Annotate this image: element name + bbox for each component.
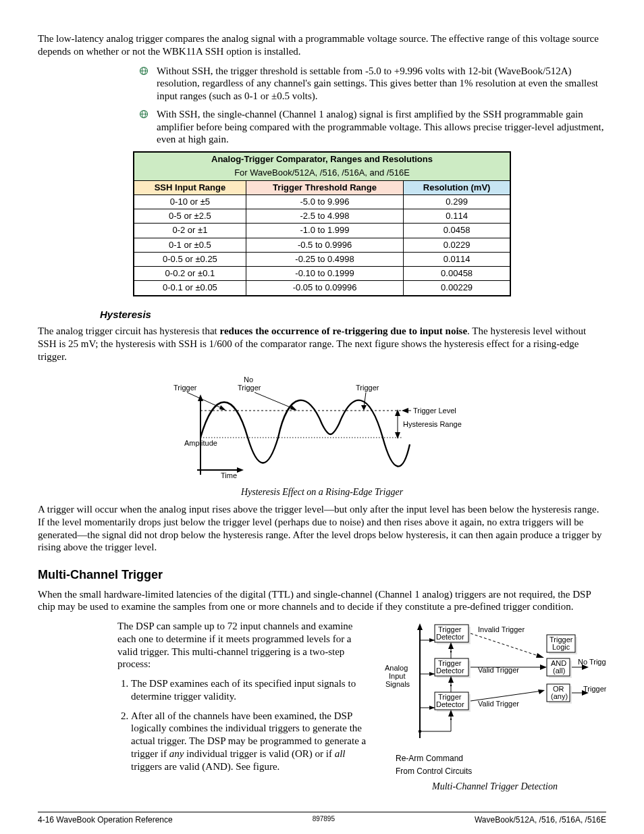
svg-text:Logic: Logic: [552, 643, 570, 651]
table-row: 0-0.5 or ±0.25-0.25 to 0.49980.0114: [134, 252, 510, 266]
col-header-ssh-range: SSH Input Range: [134, 180, 246, 194]
table-row: 0-2 or ±1-1.0 to 1.9990.0458: [134, 224, 510, 238]
svg-marker-9: [237, 467, 244, 473]
footer-right: WaveBook/512A, /516, /516A, /516E: [475, 815, 606, 825]
multichannel-diagram: Analog Input Signals Trigger Detector In…: [383, 620, 606, 793]
globe-icon: [139, 109, 149, 119]
col-header-threshold: Trigger Threshold Range: [246, 180, 403, 194]
multichannel-para-2: The DSP can sample up to 72 input channe…: [117, 620, 373, 671]
page-footer: 4-16 WaveBook Operation Reference 897895…: [38, 812, 606, 825]
multichannel-para-1: When the small hardware-limited latencie…: [38, 588, 606, 614]
svg-text:Detector: Detector: [436, 633, 464, 641]
svg-text:Input: Input: [389, 672, 405, 680]
hysteresis-para-2: A trigger will occur when the analog inp…: [38, 503, 606, 554]
svg-text:Time: Time: [221, 471, 237, 479]
bullet-text: With SSH, the single-channel (Channel 1 …: [157, 109, 604, 145]
svg-marker-35: [417, 623, 423, 630]
table-row: 0-0.2 or ±0.1-0.10 to 0.19990.00458: [134, 267, 510, 281]
col-header-resolution: Resolution (mV): [404, 180, 510, 194]
svg-marker-23: [361, 405, 367, 411]
svg-text:Valid Trigger: Valid Trigger: [478, 700, 519, 708]
table-row: 0-10 or ±5-5.0 to 9.9960.299: [134, 194, 510, 209]
svg-marker-26: [402, 408, 408, 413]
intro-bullets: Without SSH, the trigger threshold is se…: [139, 65, 606, 147]
table-row: 0-1 or ±0.5-0.5 to 0.99960.0229: [134, 238, 510, 252]
table-subtitle: For WaveBook/512A, /516, /516A, and /516…: [134, 166, 510, 180]
bullet-text: Without SSH, the trigger threshold is se…: [157, 66, 598, 102]
step-1: The DSP examines each of its specified i…: [131, 677, 373, 703]
svg-line-15: [187, 392, 224, 409]
bullet-without-ssh: Without SSH, the trigger threshold is se…: [139, 65, 606, 103]
svg-text:(any): (any): [551, 692, 568, 700]
svg-text:Signals: Signals: [385, 680, 410, 688]
table-row: 0-5 or ±2.5-2.5 to 4.9980.114: [134, 209, 510, 224]
multichannel-heading: Multi-Channel Trigger: [38, 567, 606, 583]
svg-text:Trigger: Trigger: [356, 384, 379, 392]
svg-text:No Trigger: No Trigger: [578, 658, 606, 666]
hysteresis-figure: Amplitude Time Trigger No Trigger Trigge…: [160, 370, 484, 485]
globe-icon: [139, 66, 149, 76]
hysteresis-heading: Hysteresis: [100, 309, 606, 321]
multichannel-steps: The DSP examines each of its specified i…: [117, 677, 373, 773]
comparator-table: Analog-Trigger Comparator, Ranges and Re…: [133, 151, 511, 296]
svg-marker-45: [536, 653, 544, 658]
rearm-label-1: Re-Arm Command: [396, 754, 606, 764]
svg-text:(all): (all): [553, 667, 565, 675]
svg-line-44: [471, 633, 542, 657]
multichannel-caption: Multi-Channel Trigger Detection: [383, 781, 606, 793]
svg-text:Trigger: Trigger: [238, 384, 261, 392]
table-title: Analog-Trigger Comparator, Ranges and Re…: [134, 152, 510, 166]
intro-para-1: The low-latency analog trigger compares …: [38, 32, 606, 58]
footer-left: 4-16 WaveBook Operation Reference: [38, 815, 173, 825]
table-row: 0-0.1 or ±0.05-0.05 to 0.099960.00229: [134, 281, 510, 296]
bullet-with-ssh: With SSH, the single-channel (Channel 1 …: [139, 108, 606, 146]
hysteresis-caption: Hysteresis Effect on a Rising-Edge Trigg…: [38, 486, 606, 498]
svg-marker-16: [219, 405, 226, 411]
svg-text:Analog: Analog: [385, 664, 408, 672]
footer-mid: 897895: [313, 815, 335, 825]
svg-marker-51: [429, 672, 435, 676]
rearm-label-2: From Control Circuits: [396, 766, 606, 777]
svg-line-19: [254, 392, 295, 409]
svg-text:Trigger Level: Trigger Level: [413, 407, 456, 415]
step-2: After all of the channels have been exam…: [131, 710, 373, 773]
hysteresis-para-1: The analog trigger circuit has hysteresi…: [38, 325, 606, 363]
svg-text:Hysteresis Range: Hysteresis Range: [403, 420, 462, 428]
svg-text:No: No: [244, 375, 253, 384]
svg-marker-60: [429, 706, 435, 710]
svg-marker-63: [538, 689, 545, 694]
svg-text:Detector: Detector: [436, 700, 464, 708]
svg-text:Invalid Trigger: Invalid Trigger: [478, 625, 525, 633]
svg-text:Amplitude: Amplitude: [184, 439, 217, 447]
svg-text:Trigger: Trigger: [583, 685, 606, 693]
svg-text:Detector: Detector: [436, 667, 464, 675]
svg-text:Trigger: Trigger: [173, 384, 197, 392]
svg-marker-54: [540, 664, 547, 670]
svg-marker-42: [429, 638, 435, 642]
